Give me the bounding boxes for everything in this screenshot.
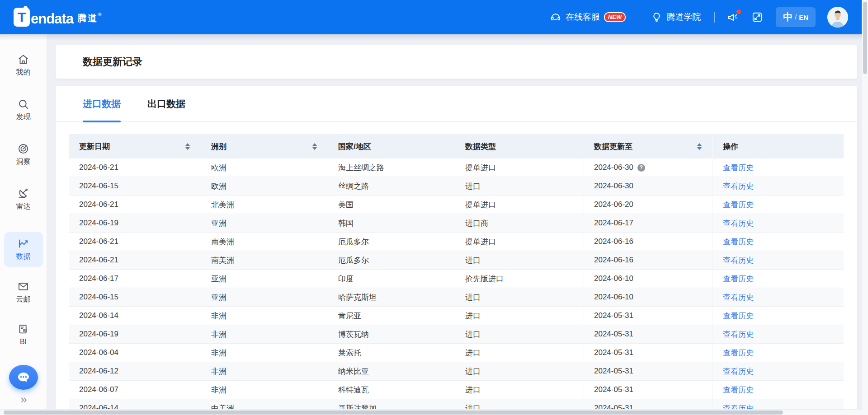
- cell-continent: 欧洲: [201, 177, 328, 195]
- lang-separator: /: [795, 14, 797, 21]
- cell-data_type: 进口: [455, 177, 584, 195]
- academy-label: 腾道学院: [666, 11, 701, 23]
- sidebar-item-bi[interactable]: BI BI: [17, 323, 29, 346]
- sidebar-item-radar[interactable]: 雷达: [16, 187, 31, 211]
- view-history-link[interactable]: 查看历史: [723, 366, 754, 377]
- column-header-continent: 洲别: [201, 134, 328, 159]
- cell-action: 查看历史: [713, 307, 844, 325]
- sidebar-item-cloudmail[interactable]: 云邮: [16, 280, 31, 304]
- sidebar-item-label: 我的: [16, 68, 31, 77]
- sidebar-item-discover[interactable]: 发现: [16, 98, 31, 122]
- user-avatar[interactable]: [827, 7, 848, 28]
- cell-updated_to: 2024-06-16: [584, 233, 713, 251]
- bi-report-icon: BI: [17, 323, 29, 336]
- view-history-link[interactable]: 查看历史: [723, 274, 754, 284]
- cell-updated_to: 2024-05-31: [584, 307, 713, 325]
- cell-update_date: 2024-06-07: [69, 381, 201, 399]
- fullscreen-button[interactable]: [751, 11, 763, 23]
- column-header-update-date: 更新日期: [69, 134, 201, 159]
- sort-control[interactable]: [697, 143, 702, 150]
- sort-control[interactable]: [185, 143, 190, 150]
- help-icon[interactable]: ?: [637, 164, 645, 172]
- academy-button[interactable]: 腾道学院: [651, 11, 701, 23]
- expand-icon: [751, 11, 763, 23]
- column-label: 洲别: [211, 141, 226, 152]
- cell-updated_to: 2024-06-30: [584, 177, 713, 195]
- view-history-link[interactable]: 查看历史: [723, 181, 754, 191]
- view-history-link[interactable]: 查看历史: [723, 348, 754, 358]
- cell-continent: 南美洲: [201, 251, 328, 269]
- cell-continent: 欧洲: [201, 159, 328, 177]
- table-row: 2024-06-15亚洲哈萨克斯坦进口2024-06-10查看历史: [69, 288, 844, 307]
- view-history-link[interactable]: 查看历史: [723, 292, 754, 303]
- cell-action: 查看历史: [713, 251, 844, 269]
- sort-control[interactable]: [312, 143, 317, 150]
- horizontal-scrollbar[interactable]: [0, 409, 862, 415]
- cell-continent: 南美洲: [201, 233, 328, 251]
- cell-updated_to: 2024-06-16: [584, 251, 713, 269]
- view-history-link[interactable]: 查看历史: [723, 255, 754, 266]
- view-history-link[interactable]: 查看历史: [723, 163, 754, 173]
- tab-import-data[interactable]: 进口数据: [83, 86, 121, 121]
- table-row: 2024-06-21南美洲厄瓜多尔提单进口2024-06-16查看历史: [69, 233, 844, 251]
- cell-update_date: 2024-06-19: [69, 214, 201, 232]
- horizontal-scrollbar-thumb[interactable]: [4, 410, 783, 415]
- cell-continent: 非洲: [201, 344, 328, 362]
- view-history-link[interactable]: 查看历史: [723, 385, 754, 395]
- cell-data_type: 进口: [455, 251, 584, 269]
- cell-action: 查看历史: [713, 214, 844, 232]
- cell-action: 查看历史: [713, 381, 844, 399]
- cell-data_type: 进口: [455, 288, 584, 306]
- cell-update_date: 2024-06-12: [69, 362, 201, 380]
- vertical-scrollbar[interactable]: [862, 0, 868, 415]
- view-history-link[interactable]: 查看历史: [723, 200, 754, 210]
- logo-cn-text: 腾道: [77, 13, 98, 23]
- notification-dot: [736, 9, 741, 14]
- lightbulb-icon: [651, 12, 662, 23]
- sidebar-item-label: 发现: [16, 112, 31, 122]
- view-history-link[interactable]: 查看历史: [723, 311, 754, 321]
- sidebar-item-insight[interactable]: 洞察: [16, 143, 31, 167]
- sidebar-item-label: 雷达: [16, 202, 31, 211]
- sidebar-item-my[interactable]: 我的: [16, 53, 31, 77]
- cell-country: 韩国: [328, 214, 455, 232]
- cell-country: 海上丝绸之路: [328, 159, 455, 177]
- announcements-button[interactable]: [726, 11, 739, 23]
- table-row: 2024-06-21南美洲厄瓜多尔进口2024-06-16查看历史: [69, 251, 844, 270]
- tab-export-data[interactable]: 出口数据: [147, 86, 185, 121]
- cell-action: 查看历史: [713, 196, 844, 214]
- sidebar-item-label: 云邮: [16, 295, 31, 304]
- cell-action: 查看历史: [713, 362, 844, 380]
- vertical-scrollbar-thumb[interactable]: [863, 2, 867, 74]
- cell-country: 博茨瓦纳: [328, 325, 455, 343]
- column-label: 数据更新至: [594, 141, 632, 152]
- column-header-action: 操作: [713, 134, 844, 159]
- view-history-link[interactable]: 查看历史: [723, 218, 754, 228]
- column-header-data-type: 数据类型: [455, 134, 584, 159]
- cell-continent: 北美洲: [201, 196, 328, 214]
- tendata-logo[interactable]: T endata 腾道®: [14, 8, 103, 27]
- column-header-country: 国家/地区: [328, 134, 455, 159]
- cell-country: 印度: [328, 270, 455, 288]
- cell-updated_to: 2024-05-31: [584, 344, 713, 362]
- online-support-button[interactable]: 在线客服 NEW: [550, 11, 626, 23]
- nav-divider: [714, 12, 715, 23]
- view-history-link[interactable]: 查看历史: [723, 237, 754, 247]
- cell-updated_to: 2024-06-10: [584, 288, 713, 306]
- table-header-row: 更新日期 洲别 国家/地区 数据类型 数据更新至 操作: [69, 134, 844, 159]
- cell-update_date: 2024-06-14: [69, 307, 201, 325]
- cell-data_type: 抢先版进口: [455, 270, 584, 288]
- cell-action: 查看历史: [713, 159, 844, 177]
- language-toggle[interactable]: 中 / EN: [776, 7, 816, 27]
- logo-chinese-name: 腾道®: [74, 12, 103, 27]
- view-history-link[interactable]: 查看历史: [723, 329, 754, 340]
- mail-envelope-icon: [17, 280, 29, 293]
- cell-country: 美国: [328, 196, 455, 214]
- sidebar-expand-button[interactable]: »: [20, 393, 26, 405]
- chat-fab-button[interactable]: [9, 365, 38, 390]
- table-row: 2024-06-19亚洲韩国进口商2024-06-17查看历史: [69, 214, 844, 233]
- column-label: 更新日期: [79, 141, 110, 152]
- cell-updated_to: 2024-06-20: [584, 196, 713, 214]
- table-row: 2024-06-12非洲纳米比亚进口2024-05-31查看历史: [69, 362, 844, 381]
- sidebar-item-data[interactable]: 数据: [4, 232, 43, 267]
